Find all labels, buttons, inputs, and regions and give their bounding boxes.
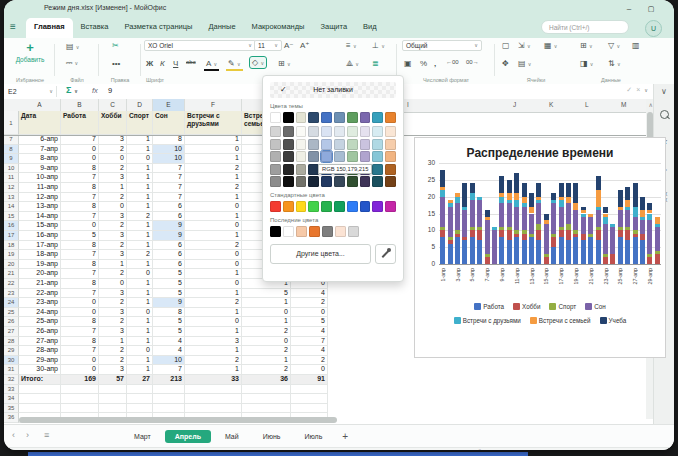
cell-A11[interactable]: 10-апр bbox=[19, 173, 61, 183]
menu-tab-Макрокоманды[interactable]: Макрокоманды bbox=[244, 18, 313, 38]
cell-H27[interactable]: 4 bbox=[291, 327, 328, 337]
cell-C31[interactable]: 3 bbox=[99, 365, 127, 375]
cell-C30[interactable]: 2 bbox=[99, 356, 127, 366]
bar-17-апр-Хобби[interactable] bbox=[559, 230, 564, 237]
cell-D33[interactable] bbox=[127, 385, 153, 395]
theme-shade-5-0[interactable] bbox=[334, 126, 345, 137]
menu-tab-Главная[interactable]: Главная bbox=[26, 18, 73, 38]
bar-23-апр-Учеба[interactable] bbox=[603, 207, 608, 214]
row-number-27[interactable]: 27 bbox=[4, 327, 19, 337]
bar-18-апр-Сон[interactable] bbox=[566, 203, 571, 223]
horizontal-scrollbar-thumb[interactable] bbox=[19, 417, 337, 423]
cell-B31[interactable]: 0 bbox=[61, 365, 99, 375]
bar-12-апр-Работа[interactable] bbox=[522, 240, 527, 264]
row-number-22[interactable]: 22 bbox=[4, 279, 19, 289]
row-number-1[interactable]: 1 bbox=[4, 111, 19, 135]
menu-tab-Защита[interactable]: Защита bbox=[312, 18, 355, 38]
bar-25-апр-Хобби[interactable] bbox=[618, 230, 623, 237]
legend-item-Спорт[interactable]: Спорт bbox=[549, 303, 576, 310]
bar-22-апр-Работа[interactable] bbox=[596, 240, 601, 264]
cell-B32[interactable]: 169 bbox=[61, 375, 99, 385]
theme-shade-6-1[interactable] bbox=[347, 139, 358, 150]
more-edit-icon[interactable]: ••• bbox=[110, 58, 122, 69]
theme-color-8[interactable] bbox=[372, 112, 383, 123]
theme-shade-1-1[interactable] bbox=[283, 139, 294, 150]
cell-G29[interactable]: 2 bbox=[242, 346, 291, 356]
bar-2-апр-Встречи с семьей[interactable] bbox=[448, 200, 453, 203]
row-number-14[interactable]: 14 bbox=[4, 202, 19, 212]
theme-shade-1-4[interactable] bbox=[283, 176, 294, 187]
cell-D9[interactable]: 0 bbox=[127, 154, 153, 164]
bar-5-апр-Учеба[interactable] bbox=[470, 183, 475, 193]
cell-B20[interactable]: 8 bbox=[61, 260, 99, 270]
bar-24-апр-Встречи с друзьями[interactable] bbox=[610, 224, 615, 227]
theme-shade-2-4[interactable] bbox=[296, 176, 307, 187]
add-sheet-button[interactable]: + bbox=[336, 431, 354, 442]
bar-9-апр-Встречи с семьей[interactable] bbox=[499, 193, 504, 196]
cell-C35[interactable] bbox=[99, 404, 127, 414]
bar-18-апр-Встречи с семьей[interactable] bbox=[566, 197, 571, 204]
menu-tab-Вставка[interactable]: Вставка bbox=[73, 18, 117, 38]
row-number-9[interactable]: 9 bbox=[4, 154, 19, 164]
cell-A16[interactable]: 15-апр bbox=[19, 221, 61, 231]
bar-21-апр-Встречи с семьей[interactable] bbox=[588, 214, 593, 217]
bar-17-апр-Встречи с друзьями[interactable] bbox=[559, 200, 564, 207]
row-number-31[interactable]: 31 bbox=[4, 365, 19, 375]
other-colors-button[interactable]: Другие цвета... bbox=[270, 244, 371, 264]
row-number-23[interactable]: 23 bbox=[4, 289, 19, 299]
bar-28-апр-Учеба[interactable] bbox=[640, 197, 645, 210]
maximize-button[interactable]: ▢ bbox=[644, 3, 658, 15]
cell-F16[interactable]: 0 bbox=[185, 221, 242, 231]
cell-D23[interactable]: 1 bbox=[127, 289, 153, 299]
cell-E13[interactable]: 7 bbox=[153, 193, 185, 203]
cell-D27[interactable]: 1 bbox=[127, 327, 153, 337]
cell-E22[interactable]: 5 bbox=[153, 279, 185, 289]
bar-22-апр-Хобби[interactable] bbox=[596, 230, 601, 240]
cell-A10[interactable]: 9-апр bbox=[19, 164, 61, 174]
bar-10-апр-Учеба[interactable] bbox=[507, 180, 512, 193]
cell-E25[interactable]: 8 bbox=[153, 308, 185, 318]
bar-14-апр-Хобби[interactable] bbox=[536, 230, 541, 240]
no-fill-option[interactable]: ✓Нет заливки bbox=[270, 82, 396, 98]
bar-12-апр-Спорт[interactable] bbox=[522, 230, 527, 233]
minimize-button[interactable]: – bbox=[622, 3, 636, 15]
bar-5-апр-Хобби[interactable] bbox=[470, 230, 475, 237]
bar-9-апр-Хобби[interactable] bbox=[499, 230, 504, 237]
bar-17-апр-Учеба[interactable] bbox=[559, 183, 564, 196]
italic-button[interactable]: К bbox=[158, 58, 167, 69]
bar-6-апр-Сон[interactable] bbox=[477, 200, 482, 227]
bar-20-апр-Встречи с семьей[interactable] bbox=[581, 210, 586, 213]
standard-color-0[interactable] bbox=[270, 201, 281, 212]
cell-C17[interactable]: 3 bbox=[99, 231, 127, 241]
row-number-18[interactable]: 18 bbox=[4, 241, 19, 251]
row-number-25[interactable]: 25 bbox=[4, 308, 19, 318]
bar-26-апр-Учеба[interactable] bbox=[625, 187, 630, 200]
theme-shade-0-3[interactable] bbox=[270, 164, 281, 175]
theme-shade-9-4[interactable] bbox=[385, 176, 396, 187]
menu-tab-Разметка страницы[interactable]: Разметка страницы bbox=[116, 18, 200, 38]
cell-H30[interactable]: 2 bbox=[291, 356, 328, 366]
cell-F28[interactable]: 3 bbox=[185, 337, 242, 347]
prev-sheet-icon[interactable]: ‹ bbox=[12, 430, 15, 440]
row-number-11[interactable]: 11 bbox=[4, 173, 19, 183]
embedded-chart[interactable]: Распределение времени 0510152025301-апр3… bbox=[414, 137, 666, 358]
theme-shade-7-1[interactable] bbox=[360, 139, 371, 150]
cell-A14[interactable]: 13-апр bbox=[19, 202, 61, 212]
bar-25-апр-Сон[interactable] bbox=[618, 210, 623, 227]
header-cell-C1[interactable]: Хобби bbox=[99, 111, 127, 135]
formula-value[interactable]: 9 bbox=[108, 86, 112, 95]
bar-29-апр-Встречи с семьей[interactable] bbox=[647, 210, 652, 213]
theme-shade-7-0[interactable] bbox=[360, 126, 371, 137]
bar-9-апр-Сон[interactable] bbox=[499, 203, 504, 227]
bar-14-апр-Встречи с семьей[interactable] bbox=[536, 197, 541, 200]
cell-B7[interactable]: 7 bbox=[61, 135, 99, 145]
cell-E23[interactable]: 5 bbox=[153, 289, 185, 299]
text-color-button[interactable]: А ∨ bbox=[204, 58, 219, 71]
menu-tab-Данные[interactable]: Данные bbox=[200, 18, 243, 38]
recent-color-4[interactable] bbox=[322, 226, 333, 237]
bar-10-апр-Спорт[interactable] bbox=[507, 227, 512, 230]
cell-D18[interactable]: 1 bbox=[127, 241, 153, 251]
cell-A21[interactable]: 20-апр bbox=[19, 269, 61, 279]
bar-27-апр-Учеба[interactable] bbox=[633, 183, 638, 207]
cell-B29[interactable]: 7 bbox=[61, 346, 99, 356]
